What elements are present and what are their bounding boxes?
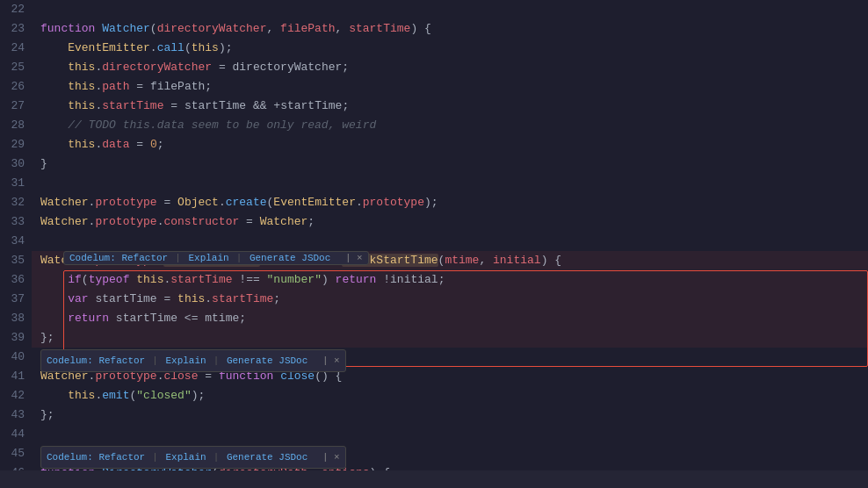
- tooltip-refactor-1[interactable]: Codelum: Refactor: [69, 253, 168, 263]
- code-line-34: [32, 232, 868, 251]
- code-line-38: return startTime <= mtime;: [32, 309, 868, 328]
- tooltip-refactor-3[interactable]: Codelum: Refactor: [47, 452, 145, 463]
- tooltip-explain-3[interactable]: Explain: [165, 452, 206, 463]
- code-line-28: // TODO this.data seem to be only read, …: [32, 116, 868, 135]
- code-line-25: this.directoryWatcher = directoryWatcher…: [32, 58, 868, 77]
- editor-container: 22 23 24 25 26 27 28 29 30 31 32 33 34 3…: [0, 0, 868, 488]
- code-line-37: var startTime = this.startTime;: [32, 290, 868, 309]
- line-numbers: 22 23 24 25 26 27 28 29 30 31 32 33 34 3…: [0, 0, 32, 488]
- tooltip-close-3[interactable]: | ×: [322, 452, 340, 463]
- tooltip-bar-3[interactable]: Codelum: Refactor| Explain| Generate JSD…: [40, 446, 346, 469]
- tooltip-close-2[interactable]: | ×: [322, 355, 340, 366]
- code-line-42: this.emit("closed");: [32, 386, 868, 405]
- code-line-31: [32, 174, 868, 193]
- code-line-26: this.path = filePath;: [32, 77, 868, 97]
- tooltip-explain-2[interactable]: Explain: [165, 355, 206, 366]
- tooltip-bar-2[interactable]: Codelum: Refactor| Explain| Generate JSD…: [40, 349, 346, 372]
- tooltip-explain-1[interactable]: Explain: [188, 253, 228, 263]
- tooltip-close-1[interactable]: | ×: [345, 253, 363, 263]
- tooltip-bar-1[interactable]: Codelum: Refactor| Explain| Generate JSD…: [63, 251, 369, 265]
- tooltip-jsdoc-3[interactable]: Generate JSDoc: [227, 452, 307, 463]
- code-line-43: };: [32, 405, 868, 425]
- tooltip-jsdoc-2[interactable]: Generate JSDoc: [227, 355, 307, 366]
- code-line-33: Watcher.prototype.constructor = Watcher;: [32, 212, 868, 232]
- code-area: function Watcher(directoryWatcher, fileP…: [32, 0, 868, 488]
- code-line-44: [32, 425, 868, 444]
- code-line-22: [32, 0, 868, 19]
- bottom-bar: [0, 470, 868, 488]
- tooltip-refactor-2[interactable]: Codelum: Refactor: [47, 355, 145, 366]
- code-line-45: Codelum: Refactor| Explain| Generate JSD…: [32, 444, 868, 463]
- code-line-40: Codelum: Refactor| Explain| Generate JSD…: [32, 348, 868, 367]
- code-line-27: this.startTime = startTime && +startTime…: [32, 97, 868, 116]
- code-line-30: }: [32, 154, 868, 174]
- code-line-32: Watcher.prototype = Object.create(EventE…: [32, 193, 868, 212]
- tooltip-jsdoc-1[interactable]: Generate JSDoc: [250, 253, 330, 263]
- code-line-23: function Watcher(directoryWatcher, fileP…: [32, 19, 868, 39]
- code-line-24: EventEmitter.call(this);: [32, 39, 868, 58]
- code-line-36: if(typeof this.startTime !== "number") r…: [32, 270, 868, 290]
- code-line-39: };: [32, 328, 868, 348]
- code-line-29: this.data = 0;: [32, 135, 868, 154]
